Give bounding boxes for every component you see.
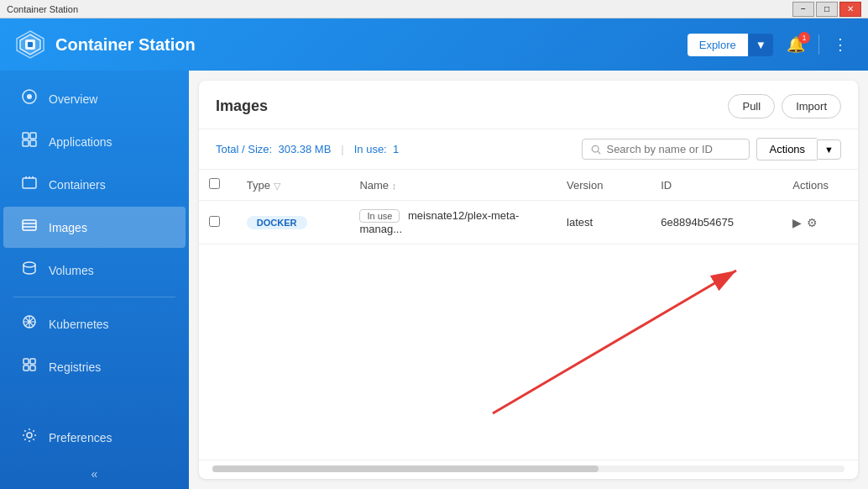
header-actions: Pull Import [728,94,841,118]
svg-rect-6 [23,133,29,139]
applications-icon [20,131,39,152]
gear-button[interactable]: ⚙ [807,216,818,229]
top-nav-right: Explore ▼ 🔔 1 ⋮ [688,32,855,57]
svg-rect-14 [24,359,29,364]
title-bar-text: Container Station [7,4,78,14]
sidebar: Overview Applications Containers Images … [0,71,189,489]
svg-rect-15 [30,359,35,364]
sidebar-item-label: Kubernetes [49,318,109,331]
select-all-checkbox[interactable] [209,178,220,189]
type-header-label: Type [247,179,270,192]
title-bar: Container Station − □ ✕ [0,0,868,18]
svg-rect-7 [30,133,36,139]
app-logo: Container Station [13,28,196,61]
collapse-icon: « [92,467,98,481]
actions-main-button[interactable]: Actions [756,138,817,160]
images-icon [20,217,39,238]
table-scrollbar [199,460,858,479]
sidebar-item-volumes[interactable]: Volumes [3,250,186,291]
play-button[interactable]: ▶ [792,216,802,229]
preferences-icon [20,427,39,448]
sidebar-collapse-button[interactable]: « [0,459,189,489]
table-container: Type ▽ Name ↕ Version ID [199,170,858,460]
main-layout: Overview Applications Containers Images … [0,71,868,489]
row-action-buttons: ▶ ⚙ [792,216,848,229]
sidebar-item-label: Containers [49,178,106,192]
in-use-badge: In use [359,209,400,223]
row-version-cell: latest [557,201,651,244]
svg-rect-10 [23,178,36,188]
sidebar-item-label: Preferences [49,431,112,444]
volumes-icon [20,260,39,281]
row-actions-cell: ▶ ⚙ [782,201,858,244]
in-use-count: 1 [393,143,399,155]
sidebar-item-label: Registries [49,360,101,374]
name-header-label: Name [359,179,389,192]
id-header-label: ID [661,179,672,192]
row-id-cell: 6e8894b54675 [651,201,782,244]
actions-header-label: Actions [792,179,829,192]
sidebar-item-applications[interactable]: Applications [3,121,186,162]
svg-point-5 [27,94,32,99]
svg-rect-8 [23,140,29,146]
sidebar-spacer [0,388,189,416]
minimize-button[interactable]: − [792,2,814,17]
sidebar-item-label: Images [49,221,87,234]
table-body: DOCKER In use meisnate12/plex-meta-manag… [199,201,858,244]
search-box [582,139,750,160]
registries-icon [20,356,39,377]
sidebar-item-overview[interactable]: Overview [3,78,186,119]
scrollbar-thumb[interactable] [212,465,599,472]
sidebar-item-images[interactable]: Images [3,207,186,248]
type-filter-icon[interactable]: ▽ [274,181,280,191]
sidebar-item-registries[interactable]: Registries [3,346,186,387]
in-use-label-text: In use: [354,143,387,155]
title-bar-controls: − □ ✕ [792,2,861,17]
actions-group: Actions ▼ [756,138,841,160]
total-size-label: Total / Size: 303.38 MB [216,143,331,155]
pull-button[interactable]: Pull [728,94,775,118]
th-checkbox [199,170,237,201]
th-actions: Actions [782,170,858,201]
actions-dropdown-button[interactable]: ▼ [817,139,841,160]
explore-dropdown-button[interactable]: ▼ [748,34,773,56]
more-button[interactable]: ⋮ [826,32,855,57]
nav-divider [818,34,819,55]
svg-rect-16 [24,365,29,371]
scrollbar-track [212,465,844,472]
sidebar-item-containers[interactable]: Containers [3,164,186,205]
svg-rect-9 [30,140,36,146]
image-version: latest [567,216,593,229]
row-checkbox[interactable] [209,216,220,227]
containers-icon [20,174,39,195]
name-sort-icon[interactable]: ↕ [392,181,397,191]
sidebar-item-preferences[interactable]: Preferences [3,417,186,458]
th-version: Version [557,170,651,201]
table-header: Type ▽ Name ↕ Version ID [199,170,858,201]
svg-line-21 [493,271,736,413]
svg-point-18 [27,433,32,438]
content-area: Images Pull Import Total / Size: 303.38 … [189,71,868,489]
notifications-button[interactable]: 🔔 1 [780,32,812,57]
app-logo-icon [13,28,47,61]
th-type: Type ▽ [237,170,350,201]
svg-rect-3 [28,42,33,47]
row-type-cell: DOCKER [237,201,350,244]
svg-point-12 [24,262,35,267]
explore-button[interactable]: Explore [688,34,748,56]
sidebar-item-label: Volumes [49,264,94,277]
docker-badge: DOCKER [247,216,307,229]
search-input[interactable] [606,143,740,155]
sidebar-item-kubernetes[interactable]: Kubernetes [3,303,186,344]
images-table: Type ▽ Name ↕ Version ID [199,170,858,244]
explore-group: Explore ▼ [688,34,773,56]
svg-rect-11 [23,220,36,230]
import-button[interactable]: Import [782,94,841,118]
kubernetes-icon [20,313,39,334]
maximize-button[interactable]: □ [816,2,838,17]
close-button[interactable]: ✕ [839,2,861,17]
overview-icon [20,88,39,109]
top-nav: Container Station Explore ▼ 🔔 1 ⋮ [0,18,868,71]
total-size-value: 303.38 MB [278,143,331,155]
content-panel: Images Pull Import Total / Size: 303.38 … [199,81,858,479]
